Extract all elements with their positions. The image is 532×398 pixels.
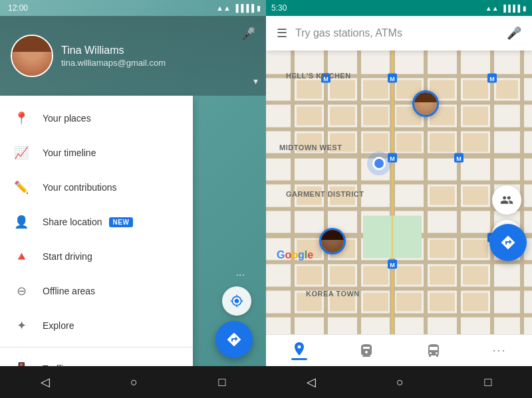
menu-item-offline-areas[interactable]: ⊖ Offline areas	[0, 274, 193, 308]
svg-rect-34	[396, 134, 422, 152]
google-g2: g	[298, 249, 305, 260]
map-background: M M M M M M M Hell's Kitchen Midtown Wes…	[266, 50, 532, 334]
google-o2: o	[291, 249, 298, 260]
mic-icon-right[interactable]: 🎤	[507, 26, 521, 41]
nav-bar-right: ◁ ○ □	[266, 366, 532, 398]
places-icon: 📍	[13, 110, 29, 126]
svg-text:M: M	[489, 76, 495, 82]
svg-rect-44	[430, 240, 455, 258]
home-button-left[interactable]: ○	[114, 370, 154, 395]
battery-icon-right: ▮	[523, 5, 527, 12]
menu-label-start-driving: Start driving	[43, 251, 92, 262]
svg-rect-57	[463, 293, 488, 312]
google-e: e	[307, 249, 313, 260]
location-button-left[interactable]	[222, 286, 251, 316]
svg-rect-51	[463, 266, 488, 285]
svg-rect-27	[363, 107, 388, 126]
contributions-icon: ✏️	[13, 179, 29, 195]
user-info: Tina Williams tina.williamaps@gmail.com	[61, 45, 166, 68]
svg-rect-18	[297, 80, 322, 99]
right-panel: 5:30 ▲▲ ▐▐▐▐ ▮ ☰ Try gas stations, ATMs …	[266, 0, 532, 398]
svg-rect-56	[430, 293, 455, 312]
svg-rect-41	[463, 187, 488, 205]
timeline-icon: 📈	[13, 145, 29, 161]
user-header: Tina Williams tina.williamaps@gmail.com …	[0, 16, 266, 96]
svg-rect-35	[430, 134, 455, 152]
menu-label-offline-areas: Offline areas	[43, 286, 95, 296]
status-time-left: 12:00	[8, 3, 28, 13]
navigation-fab-left[interactable]	[215, 321, 253, 358]
menu-item-your-contributions[interactable]: ✏️ Your contributions	[0, 170, 193, 205]
signal-icon: ▐▐▐▐	[233, 4, 254, 12]
svg-rect-30	[463, 107, 488, 126]
svg-rect-19	[330, 80, 355, 99]
svg-rect-49	[396, 266, 422, 285]
menu-item-your-places[interactable]: 📍 Your places	[0, 101, 193, 136]
current-location-dot	[372, 157, 386, 170]
mic-icon[interactable]: 🎤	[241, 27, 255, 41]
svg-rect-50	[430, 266, 455, 285]
menu-item-explore[interactable]: ✦ Explore	[0, 308, 193, 343]
menu-label-explore: Explore	[43, 320, 74, 331]
navigation-fab-right[interactable]	[489, 224, 527, 261]
svg-rect-26	[330, 107, 355, 126]
svg-text:M: M	[390, 76, 395, 82]
avatar	[11, 35, 53, 77]
share-location-fab[interactable]	[492, 185, 521, 215]
tab-driving[interactable]	[278, 338, 321, 363]
share-person-icon	[500, 193, 513, 207]
svg-rect-25	[297, 107, 322, 126]
google-g: G	[277, 249, 285, 260]
driving-icon: 🔺	[13, 249, 29, 264]
menu-label-share-location: Share location	[43, 217, 102, 227]
svg-rect-45	[463, 240, 488, 258]
more-options-button[interactable]: ···	[236, 269, 245, 281]
avatar-face	[12, 36, 52, 76]
new-badge: NEW	[109, 217, 134, 227]
svg-text:M: M	[390, 155, 395, 162]
google-logo: Google	[277, 249, 313, 261]
tab-bus[interactable]	[412, 340, 455, 361]
dropdown-arrow-icon[interactable]: ▾	[253, 76, 258, 86]
avatar-hair	[12, 36, 52, 52]
svg-rect-40	[430, 187, 455, 205]
tab-more[interactable]: ···	[479, 341, 520, 360]
status-bar-right: 5:30 ▲▲ ▐▐▐▐ ▮	[266, 0, 532, 16]
menu-item-share-location[interactable]: 👤 Share location NEW	[0, 205, 193, 239]
recent-button-right[interactable]: □	[468, 370, 507, 395]
wifi-icon: ▲▲	[216, 4, 231, 12]
korea-town-label: Korea Town	[306, 290, 360, 298]
user-name: Tina Williams	[61, 45, 166, 56]
svg-text:M: M	[456, 155, 462, 162]
fab-blue-left[interactable]	[215, 321, 253, 358]
svg-rect-20	[363, 80, 388, 99]
svg-rect-55	[396, 293, 422, 312]
svg-rect-47	[330, 266, 355, 285]
directions-icon	[226, 332, 242, 348]
menu-divider	[0, 347, 193, 348]
map-user-avatar-1	[412, 90, 439, 117]
svg-rect-23	[463, 80, 488, 99]
recent-button-left[interactable]: □	[202, 370, 241, 395]
hamburger-icon[interactable]: ☰	[277, 26, 287, 41]
menu-item-your-timeline[interactable]: 📈 Your timeline	[0, 136, 193, 170]
tab-bar: ···	[266, 334, 532, 366]
map-area[interactable]: M M M M M M M Hell's Kitchen Midtown Wes…	[266, 50, 532, 334]
menu-item-start-driving[interactable]: 🔺 Start driving	[0, 239, 193, 274]
status-time-right: 5:30	[271, 3, 287, 13]
search-bar: ☰ Try gas stations, ATMs 🎤	[266, 16, 532, 50]
map-user-avatar-2	[319, 228, 346, 254]
home-button-right[interactable]: ○	[380, 370, 420, 395]
nav-bar-left: ◁ ○ □	[0, 366, 266, 398]
svg-rect-24	[496, 80, 518, 99]
explore-icon: ✦	[13, 318, 29, 334]
back-button-right[interactable]: ◁	[291, 369, 332, 395]
user-email: tina.williamaps@gmail.com	[61, 58, 166, 68]
more-tab-dots: ···	[493, 344, 507, 357]
battery-icon: ▮	[257, 4, 261, 13]
tab-transit[interactable]	[345, 340, 388, 361]
my-location-icon	[230, 294, 243, 308]
google-o1: o	[285, 249, 291, 260]
back-button-left[interactable]: ◁	[25, 369, 66, 395]
search-input[interactable]: Try gas stations, ATMs	[295, 27, 507, 39]
